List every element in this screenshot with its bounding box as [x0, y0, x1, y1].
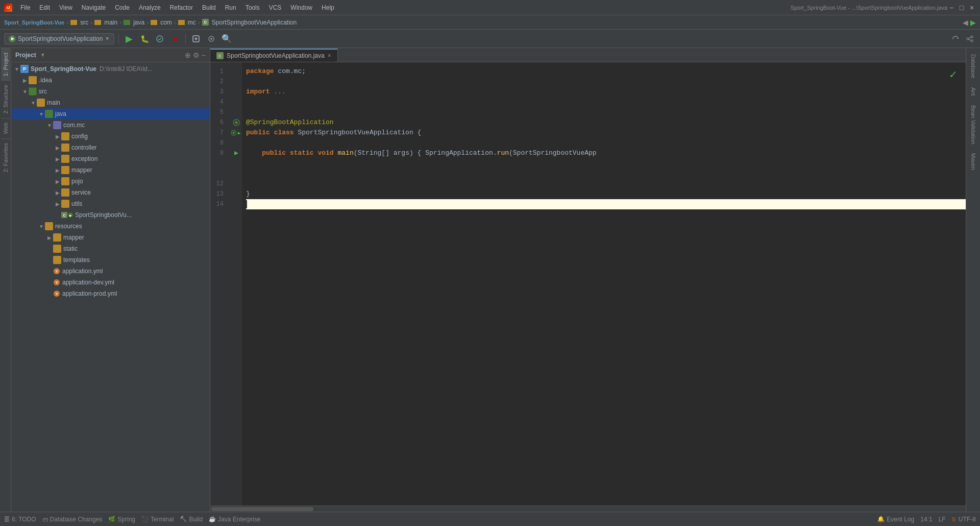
- status-encoding[interactable]: S UTF-8: [952, 516, 976, 523]
- hide-panel-button[interactable]: −: [202, 51, 206, 59]
- line-ending-label: LF: [939, 516, 946, 523]
- breadcrumb-com[interactable]: com: [151, 19, 172, 26]
- vtab-web[interactable]: Web: [1, 118, 10, 138]
- breadcrumb-main[interactable]: main: [94, 19, 117, 26]
- tree-item-templates[interactable]: templates: [11, 254, 210, 266]
- tree-item-pojo[interactable]: ▶ pojo: [11, 176, 210, 187]
- src-folder-icon: [70, 20, 77, 25]
- tree-arrow-root: ▼: [13, 66, 20, 72]
- tree-item-commc[interactable]: ▼ com.mc: [11, 119, 210, 131]
- code-line-3: import ...: [246, 87, 966, 97]
- code-line-11: [246, 169, 966, 179]
- tree-item-config[interactable]: ▶ config: [11, 131, 210, 142]
- menu-analyze[interactable]: Analyze: [135, 3, 165, 13]
- menu-edit[interactable]: Edit: [35, 3, 54, 13]
- breadcrumb-class[interactable]: C SportSpringbootVueApplication: [202, 19, 297, 26]
- vtab-favorites[interactable]: 2: Favorites: [1, 138, 10, 176]
- settings-button[interactable]: ⚙: [193, 51, 200, 59]
- code-content[interactable]: package com.mc; import ... @SpringBootAp…: [242, 62, 966, 506]
- menu-run[interactable]: Run: [221, 3, 240, 13]
- validation-checkmark: ✓: [949, 68, 958, 81]
- code-editor[interactable]: 1 2 3 4 5 6 7 8 9 12 13 14: [210, 62, 966, 506]
- menu-build[interactable]: Build: [198, 3, 220, 13]
- tree-item-static[interactable]: static: [11, 243, 210, 254]
- share-button[interactable]: [964, 33, 976, 45]
- run-config-selector[interactable]: ▶ SportSpringbootVueApplication ▼: [4, 33, 114, 44]
- tree-item-java[interactable]: ▼ java: [11, 108, 210, 119]
- close-button[interactable]: ×: [968, 4, 976, 12]
- status-terminal[interactable]: ⬛ Terminal: [141, 516, 174, 523]
- debug-button[interactable]: 🐛: [138, 33, 151, 45]
- tab-close-button[interactable]: ×: [328, 52, 331, 59]
- build-label: Build: [189, 516, 203, 523]
- gutter-6[interactable]: [231, 117, 242, 128]
- build-button[interactable]: [190, 33, 202, 45]
- status-line-ending[interactable]: LF: [939, 516, 946, 523]
- breadcrumb-project[interactable]: Sport_SpringBoot-Vue: [4, 19, 64, 26]
- tree-item-appdevyml[interactable]: Y application-dev.yml: [11, 277, 210, 288]
- minimize-button[interactable]: −: [947, 4, 955, 12]
- vtab-structure[interactable]: 2: Structure: [1, 80, 10, 118]
- nav-back[interactable]: ◀: [963, 18, 968, 27]
- panel-bean-validation[interactable]: Bean Validation: [968, 101, 978, 148]
- tree-item-utils[interactable]: ▶ utils: [11, 198, 210, 209]
- panel-database[interactable]: Database: [968, 50, 978, 82]
- status-spring[interactable]: 🌿 Spring: [108, 516, 135, 523]
- update-button[interactable]: [949, 33, 962, 45]
- scope-button[interactable]: ⊕: [185, 51, 191, 59]
- status-todo[interactable]: ☰ 6: TODO: [4, 516, 36, 523]
- window-title: Sport_SpringBoot-Vue - ...\SportSpringbo…: [791, 5, 947, 11]
- tree-item-main[interactable]: ▼ main: [11, 97, 210, 108]
- tree-item-mainclass[interactable]: C ▶ SportSpringbootVu...: [11, 209, 210, 221]
- status-event-log[interactable]: 🔔 Event Log: [877, 516, 914, 523]
- editor-tab-main[interactable]: C SportSpringbootVueApplication.java ×: [210, 49, 338, 62]
- menu-navigate[interactable]: Navigate: [78, 3, 110, 13]
- tree-item-appyml[interactable]: Y application.yml: [11, 266, 210, 277]
- coverage-button[interactable]: [154, 33, 166, 45]
- menu-code[interactable]: Code: [111, 3, 134, 13]
- project-dropdown-icon[interactable]: ▼: [40, 52, 45, 58]
- menu-window[interactable]: Window: [286, 3, 316, 13]
- panel-maven[interactable]: Maven: [968, 149, 978, 174]
- menu-vcs[interactable]: VCS: [265, 3, 286, 13]
- vtab-project[interactable]: 1: Project: [1, 48, 10, 80]
- menu-file[interactable]: File: [16, 3, 34, 13]
- code-line-8: [246, 138, 966, 148]
- gutter-2: [231, 77, 242, 87]
- run-config-dropdown-icon: ▼: [105, 36, 110, 41]
- status-java-enterprise[interactable]: ☕ Java Enterprise: [209, 516, 260, 523]
- tree-item-appprodxml[interactable]: Y application-prod.yml: [11, 288, 210, 299]
- menu-refactor[interactable]: Refactor: [166, 3, 197, 13]
- menu-tools[interactable]: Tools: [241, 3, 264, 13]
- run-button[interactable]: ▶: [123, 33, 135, 45]
- breadcrumb-mc[interactable]: mc: [178, 19, 196, 26]
- hscroll-thumb[interactable]: [211, 507, 313, 511]
- code-line-9: public static void main(String[] args) {…: [246, 148, 966, 158]
- tree-item-resources[interactable]: ▼ resources: [11, 221, 210, 232]
- nav-forward[interactable]: ▶: [970, 18, 976, 27]
- horizontal-scrollbar[interactable]: [210, 506, 966, 512]
- controller-icon: [61, 144, 69, 152]
- tree-root[interactable]: ▼ P Sport_SpringBoot-Vue D:\IntelliJ IDE…: [11, 63, 210, 75]
- breadcrumb-java[interactable]: java: [124, 19, 144, 26]
- tree-item-exception[interactable]: ▶ exception: [11, 153, 210, 164]
- tree-item-src[interactable]: ▼ src: [11, 86, 210, 97]
- menu-view[interactable]: View: [55, 3, 77, 13]
- status-build[interactable]: 🔨 Build: [180, 516, 203, 523]
- breadcrumb-src[interactable]: src: [70, 19, 88, 26]
- stop-button[interactable]: ■: [169, 33, 181, 45]
- search-everywhere-button[interactable]: 🔍: [220, 33, 233, 45]
- gutter-9[interactable]: [231, 148, 242, 158]
- maximize-button[interactable]: □: [958, 4, 966, 12]
- tree-item-idea[interactable]: ▶ .idea: [11, 75, 210, 86]
- sdk-button[interactable]: [205, 33, 217, 45]
- tree-item-service[interactable]: ▶ service: [11, 187, 210, 198]
- panel-ant[interactable]: Ant: [968, 83, 978, 100]
- gutter-7[interactable]: [231, 128, 242, 138]
- menu-help[interactable]: Help: [317, 3, 338, 13]
- status-db-changes[interactable]: 🗃 Database Changes: [42, 516, 103, 523]
- tree-item-controller[interactable]: ▶ controller: [11, 142, 210, 153]
- status-position[interactable]: 14:1: [920, 516, 932, 523]
- tree-item-mapper[interactable]: ▶ mapper: [11, 164, 210, 176]
- tree-item-mapper2[interactable]: ▶ mapper: [11, 232, 210, 243]
